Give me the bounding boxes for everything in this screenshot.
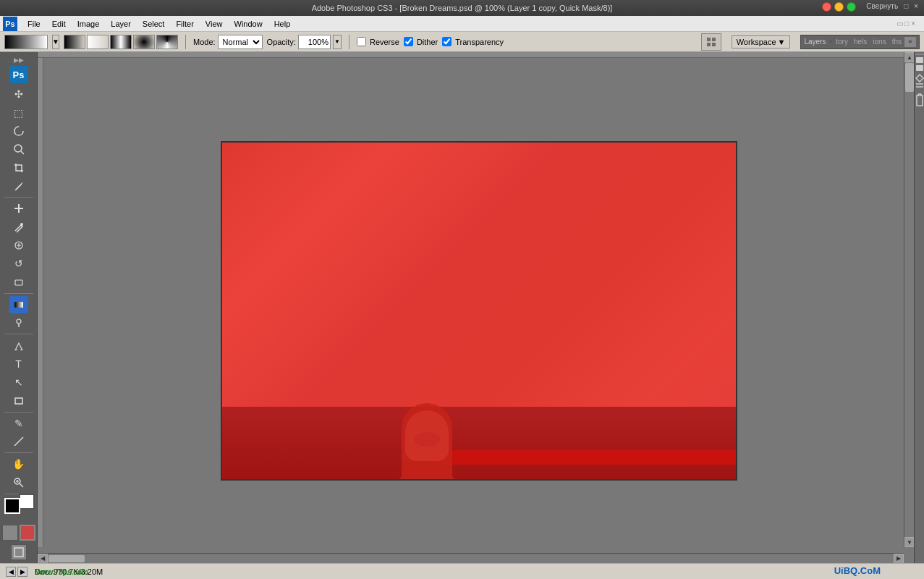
move-tool[interactable]: ✣	[9, 85, 28, 103]
right-panel-icon3[interactable]	[915, 93, 924, 110]
hand-tool[interactable]: ✋	[9, 455, 28, 473]
scroll-left-btn[interactable]: ◀	[38, 554, 48, 564]
gradient-preset-5[interactable]	[156, 35, 178, 49]
marquee-tool[interactable]: ⬚	[9, 104, 28, 122]
clone-tool[interactable]	[9, 237, 28, 254]
dodge-tool[interactable]	[9, 314, 28, 331]
nav-next-btn[interactable]: ▶	[17, 567, 27, 577]
crop-tool[interactable]	[9, 159, 28, 177]
scroll-track-h	[48, 554, 894, 563]
history-tab-short[interactable]: tory	[833, 38, 851, 46]
eyedropper-tool[interactable]	[9, 177, 28, 195]
standard-mode-btn[interactable]	[2, 525, 18, 541]
gradient-presets	[64, 35, 178, 49]
menu-select[interactable]: Select	[137, 18, 171, 30]
extra-tab-short[interactable]: ths	[889, 38, 904, 46]
notes-tool[interactable]: ✎	[9, 415, 28, 432]
scroll-down-btn[interactable]: ▼	[904, 537, 914, 547]
watermark-left: www.78ps.com	[36, 568, 88, 576]
tool-options-icon[interactable]	[701, 33, 721, 51]
pen-tool[interactable]	[9, 337, 28, 354]
workspace-button[interactable]: Workspace ▼	[732, 35, 791, 48]
dither-checkbox[interactable]	[404, 37, 413, 46]
quick-select-tool[interactable]	[9, 140, 28, 158]
nav-prev-btn[interactable]: ◀	[6, 567, 16, 577]
bottom-bar: ◀ ▶ Doc: 970.7K/3.20M www.78ps.com UiBQ.…	[0, 563, 924, 579]
svg-point-0	[14, 145, 22, 152]
paths-tab-short[interactable]: ions	[870, 38, 889, 46]
workspace-arrow: ▼	[778, 38, 786, 46]
shape-tool[interactable]	[9, 392, 28, 409]
menu-window[interactable]: Window	[229, 18, 268, 30]
eraser-tool[interactable]	[9, 274, 28, 291]
scroll-right-btn[interactable]: ▶	[894, 554, 904, 564]
history-brush-tool[interactable]: ↺	[9, 255, 28, 272]
menu-image[interactable]: Image	[72, 18, 106, 30]
menu-layer[interactable]: Layer	[105, 18, 137, 30]
quick-mask-overlay	[222, 143, 736, 479]
quick-mask-btn[interactable]	[20, 525, 35, 541]
svg-line-11	[20, 483, 23, 487]
ps-tool-logo: Ps	[9, 66, 28, 83]
scroll-track-v	[904, 62, 914, 537]
collapse-button[interactable]: Свернуть	[866, 2, 898, 12]
scrollbar-vertical[interactable]: ▲ ▼	[904, 52, 914, 547]
close-button[interactable]	[822, 2, 831, 12]
toolbar: ▶▶ Ps ✣ ⬚ ↺	[0, 52, 38, 563]
mask-mode-buttons	[2, 525, 35, 541]
text-tool[interactable]: T	[9, 355, 28, 373]
minimize-button[interactable]	[834, 2, 844, 12]
toolbar-expand[interactable]: ▶▶	[12, 55, 25, 65]
scrollbar-horizontal[interactable]: ◀ ▶	[38, 553, 904, 563]
reverse-checkbox[interactable]	[357, 37, 366, 46]
menu-file[interactable]: File	[22, 18, 46, 30]
panel-close-button[interactable]: ×	[914, 2, 918, 12]
gradient-dropdown[interactable]: ▼	[52, 35, 59, 49]
gradient-swatch[interactable]	[4, 35, 48, 49]
svg-rect-17	[917, 96, 923, 106]
gradient-tool[interactable]	[9, 296, 28, 313]
panel-menu-icon[interactable]: ≡	[904, 37, 916, 47]
menu-help[interactable]: Help	[268, 18, 297, 30]
zoom-tool[interactable]	[9, 474, 28, 491]
opacity-input[interactable]	[298, 35, 331, 49]
lasso-tool[interactable]	[9, 122, 28, 140]
panel-resize-button[interactable]: □	[904, 2, 910, 11]
menu-filter[interactable]: Filter	[170, 18, 199, 30]
screen-mode-btn[interactable]	[11, 544, 27, 560]
measure-tool[interactable]	[9, 433, 28, 450]
gradient-preset-2[interactable]	[87, 35, 109, 49]
gradient-preset-3[interactable]	[110, 35, 132, 49]
channels-tab-short[interactable]: hels	[851, 38, 870, 46]
panel-icon-area: ▭ □ ×	[897, 20, 921, 28]
dither-group: Dither	[404, 37, 438, 46]
scroll-up-btn[interactable]: ▲	[904, 52, 914, 62]
background-color[interactable]	[19, 494, 35, 510]
svg-line-9	[14, 437, 23, 446]
svg-rect-15	[916, 57, 923, 63]
mode-group: Mode: Normal	[193, 35, 263, 49]
brush-tool[interactable]	[9, 219, 28, 236]
document-canvas[interactable]	[222, 143, 736, 479]
transparency-checkbox[interactable]	[442, 37, 452, 46]
gradient-preset-4[interactable]	[133, 35, 155, 49]
opacity-arrow[interactable]: ▼	[333, 35, 342, 49]
scroll-thumb-v[interactable]	[905, 63, 914, 92]
layers-tab[interactable]: Layers	[804, 38, 828, 46]
menu-view[interactable]: View	[200, 18, 229, 30]
right-panel-icon1[interactable]	[915, 56, 924, 72]
healing-tool[interactable]	[9, 200, 28, 217]
svg-rect-16	[916, 65, 923, 71]
maximize-button[interactable]	[847, 2, 856, 12]
foreground-color[interactable]	[4, 498, 20, 514]
mode-select[interactable]: Normal	[218, 35, 263, 49]
opacity-group: Opacity: ▼	[267, 35, 342, 49]
status-bar: ◀ ▶ Doc: 970.7K/3.20M	[0, 563, 924, 579]
path-select-tool[interactable]: ↖	[9, 373, 28, 391]
menu-edit[interactable]: Edit	[46, 18, 72, 30]
gradient-preset-1[interactable]	[64, 35, 85, 49]
right-panel-icon2[interactable]	[915, 74, 924, 91]
window-title: Adobe Photoshop CS3 - [Broken Dreams.psd…	[312, 4, 613, 12]
svg-rect-8	[15, 398, 22, 404]
scroll-thumb-h[interactable]	[48, 555, 85, 562]
